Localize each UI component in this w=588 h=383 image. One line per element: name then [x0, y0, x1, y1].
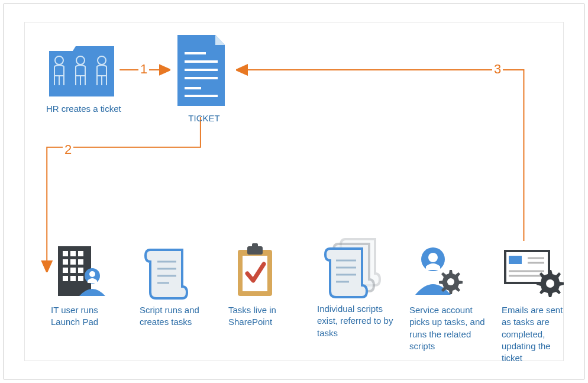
hr-label: HR creates a ticket [46, 99, 129, 115]
scroll-icon [140, 242, 193, 301]
it-user-label: IT user runs Launch Pad [51, 301, 122, 329]
svg-point-38 [447, 278, 454, 285]
service-account-node: Service account picks up tasks, and runs… [409, 242, 486, 352]
building-user-icon [51, 242, 110, 301]
svg-rect-21 [78, 276, 83, 281]
script-runs-node: Script runs and creates tasks [140, 242, 211, 329]
svg-rect-10 [63, 251, 68, 256]
outer-frame: 1 2 3 HR creates a ticket [4, 4, 584, 379]
svg-rect-11 [70, 251, 76, 256]
svg-rect-31 [252, 243, 258, 248]
document-icon [172, 32, 231, 109]
user-gear-icon [409, 242, 469, 301]
emails-label: Emails are sent as tasks are completed, … [502, 301, 573, 364]
svg-rect-16 [63, 268, 68, 273]
svg-point-37 [428, 253, 438, 262]
emails-node: Emails are sent as tasks are completed, … [502, 245, 573, 364]
svg-rect-14 [70, 259, 76, 265]
step-1-number: 1 [138, 62, 149, 77]
svg-rect-15 [78, 259, 83, 265]
svg-point-45 [546, 279, 554, 288]
service-account-label: Service account picks up tasks, and runs… [409, 301, 486, 352]
hr-node: HR creates a ticket [46, 40, 129, 115]
individual-scripts-node: Individual scripts exist, referred to by… [317, 236, 394, 339]
tasks-sharepoint-label: Tasks live in SharePoint [228, 301, 299, 329]
svg-rect-17 [70, 268, 76, 273]
step-2-number: 2 [63, 142, 73, 157]
inner-frame: 1 2 3 HR creates a ticket [24, 22, 564, 361]
clipboard-check-icon [228, 242, 282, 301]
scroll-stack-icon [317, 236, 382, 300]
mail-gear-icon [502, 245, 564, 301]
ticket-label: TICKET [172, 109, 237, 124]
svg-rect-20 [70, 276, 76, 281]
script-runs-label: Script runs and creates tasks [140, 301, 211, 329]
step-3-number: 3 [492, 62, 503, 77]
svg-rect-40 [509, 256, 522, 264]
it-user-node: IT user runs Launch Pad [51, 242, 122, 329]
svg-rect-19 [63, 276, 68, 281]
ticket-node: TICKET [172, 32, 237, 124]
svg-rect-18 [78, 268, 83, 273]
folder-people-icon [46, 40, 117, 99]
individual-scripts-label: Individual scripts exist, referred to by… [317, 300, 394, 339]
tasks-sharepoint-node: Tasks live in SharePoint [228, 242, 299, 329]
svg-point-23 [89, 271, 95, 277]
svg-rect-12 [78, 251, 83, 256]
svg-rect-13 [63, 259, 68, 265]
